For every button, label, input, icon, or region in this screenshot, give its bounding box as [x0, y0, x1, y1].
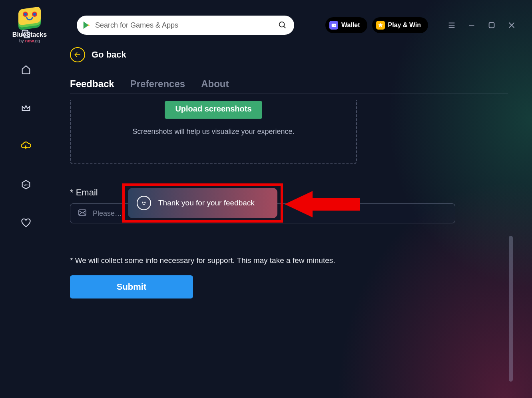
upload-hint: Screenshots will help us visualize your …: [132, 127, 294, 136]
vertical-scrollbar[interactable]: [509, 236, 513, 382]
toast-message: Thank you for your feedback: [158, 199, 255, 207]
svg-text:W3: W3: [24, 183, 29, 187]
sidebar-copy-icon[interactable]: [20, 28, 32, 40]
svg-rect-12: [24, 32, 30, 38]
search-bar[interactable]: [77, 16, 294, 35]
play-store-icon: [82, 21, 91, 30]
star-icon: [376, 21, 385, 30]
sidebar-heart-icon[interactable]: [20, 217, 32, 229]
go-back-icon: [70, 47, 85, 62]
top-bar: BlueStacks by now.gg Wallet: [0, 0, 532, 50]
svg-point-3: [335, 25, 335, 26]
go-back-label: Go back: [92, 50, 126, 60]
main-content: Go back Feedback Preferences About Uploa…: [70, 47, 508, 298]
search-icon[interactable]: [278, 21, 287, 30]
sidebar-home-icon[interactable]: [20, 64, 32, 75]
upload-screenshots-button[interactable]: Upload screenshots: [165, 101, 262, 119]
svg-rect-13: [22, 30, 28, 36]
wallet-button[interactable]: Wallet: [325, 17, 367, 33]
maximize-icon[interactable]: [487, 21, 496, 30]
search-input[interactable]: [95, 21, 274, 30]
svg-line-1: [284, 26, 286, 28]
go-back-button[interactable]: Go back: [70, 47, 508, 62]
close-icon[interactable]: [507, 21, 516, 30]
wallet-label: Wallet: [341, 22, 360, 29]
svg-rect-8: [489, 23, 494, 28]
tab-feedback[interactable]: Feedback: [70, 78, 114, 90]
submit-button[interactable]: Submit: [70, 275, 193, 298]
play-win-label: Play & Win: [388, 22, 421, 29]
play-win-button[interactable]: Play & Win: [372, 17, 428, 33]
mail-icon: [78, 208, 87, 219]
minimize-icon[interactable]: [467, 21, 476, 30]
tab-about[interactable]: About: [201, 78, 229, 90]
window-controls: [447, 21, 516, 30]
svg-point-17: [145, 202, 145, 203]
tabs: Feedback Preferences About: [70, 78, 508, 94]
sidebar-crown-icon[interactable]: [20, 102, 32, 113]
toast-feedback: Thank you for your feedback: [128, 188, 277, 218]
hamburger-menu-icon[interactable]: [447, 21, 456, 30]
sidebar: W3: [0, 48, 52, 64]
smile-chat-icon: [137, 196, 151, 210]
pill-group: Wallet Play & Win: [325, 17, 428, 33]
upload-dropzone[interactable]: Upload screenshots Screenshots will help…: [70, 100, 357, 164]
sidebar-cloud-bolt-icon[interactable]: [20, 141, 32, 152]
disclaimer-text: * We will collect some info necessary fo…: [70, 256, 508, 265]
svg-point-16: [142, 202, 143, 203]
sidebar-hexagon-w3-icon[interactable]: W3: [20, 179, 32, 190]
wallet-icon: [329, 21, 338, 30]
tab-preferences[interactable]: Preferences: [130, 78, 185, 90]
svg-point-0: [279, 22, 285, 27]
